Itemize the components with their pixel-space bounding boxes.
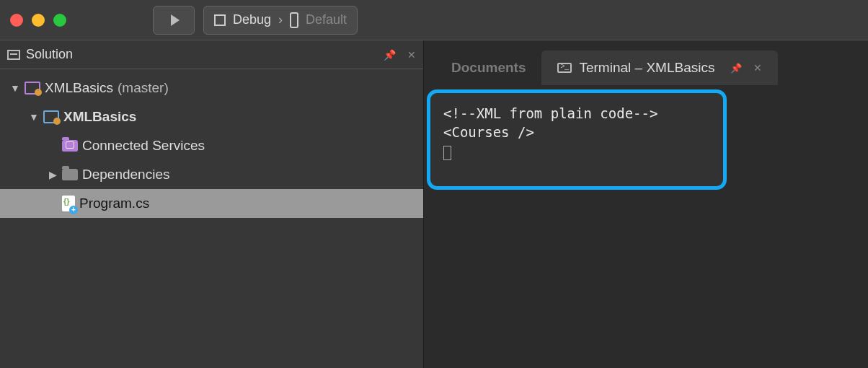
folder-icon xyxy=(62,169,78,180)
connected-services-node[interactable]: ▶ Connected Services xyxy=(0,131,423,160)
terminal-line-2: <Courses /> xyxy=(443,124,534,140)
run-button[interactable] xyxy=(153,6,195,35)
add-badge-icon xyxy=(69,206,78,214)
disclosure-triangle-icon[interactable]: ▼ xyxy=(29,112,39,122)
project-node[interactable]: ▼ XMLBasics xyxy=(0,102,423,131)
tab-bar: Documents Terminal – XMLBasics 📌 ✕ xyxy=(424,40,868,87)
chevron-right-icon: › xyxy=(278,12,283,27)
terminal-icon xyxy=(557,63,572,73)
pin-icon[interactable]: 📌 xyxy=(730,63,742,74)
pin-icon[interactable]: 📌 xyxy=(384,49,396,61)
terminal-output-highlight: <!--XML from plain code--> <Courses /> xyxy=(427,89,727,190)
play-icon xyxy=(171,14,180,26)
maximize-window-button[interactable] xyxy=(53,14,66,27)
panel-icon xyxy=(7,50,20,60)
dependencies-node[interactable]: ▶ Dependencies xyxy=(0,160,423,189)
configuration-label: Debug xyxy=(233,12,271,27)
solution-panel-title: Solution xyxy=(26,47,73,62)
tab-terminal-label: Terminal – XMLBasics xyxy=(579,60,714,76)
project-icon xyxy=(43,110,59,123)
device-icon xyxy=(290,12,298,28)
window-controls xyxy=(10,14,66,27)
configuration-icon xyxy=(214,14,226,26)
solution-icon xyxy=(25,82,40,95)
solution-tree: ▼ XMLBasics (master) ▼ XMLBasics ▶ Conne… xyxy=(0,69,423,218)
close-panel-icon[interactable]: ✕ xyxy=(407,49,416,61)
solution-branch-label: (master) xyxy=(118,80,169,96)
run-configuration-selector[interactable]: Debug › Default xyxy=(203,6,358,35)
tab-documents[interactable]: Documents xyxy=(435,51,541,85)
tab-terminal[interactable]: Terminal – XMLBasics 📌 ✕ xyxy=(541,51,778,85)
close-tab-icon[interactable]: ✕ xyxy=(753,62,762,74)
solution-node[interactable]: ▼ XMLBasics (master) xyxy=(0,74,423,102)
terminal-cursor xyxy=(443,146,451,160)
close-window-button[interactable] xyxy=(10,14,23,27)
editor-area: Documents Terminal – XMLBasics 📌 ✕ <!--X… xyxy=(424,40,868,368)
program-file-label: Program.cs xyxy=(79,196,149,211)
csharp-file-icon xyxy=(62,196,75,211)
solution-name-label: XMLBasics xyxy=(45,80,113,96)
folder-icon xyxy=(62,140,78,152)
tab-documents-label: Documents xyxy=(451,60,526,76)
terminal-output[interactable]: <!--XML from plain code--> <Courses /> xyxy=(443,105,710,160)
solution-panel-header: Solution 📌 ✕ xyxy=(0,40,423,69)
terminal-pane: <!--XML from plain code--> <Courses /> xyxy=(424,87,868,368)
target-label: Default xyxy=(306,12,347,27)
disclosure-triangle-icon[interactable]: ▶ xyxy=(48,170,58,180)
dependencies-label: Dependencies xyxy=(82,167,169,183)
terminal-line-1: <!--XML from plain code--> xyxy=(443,105,657,121)
disclosure-triangle-icon[interactable]: ▼ xyxy=(10,83,20,93)
toolbar: Debug › Default xyxy=(0,0,868,40)
program-file-node[interactable]: ▶ Program.cs xyxy=(0,189,423,218)
solution-panel: Solution 📌 ✕ ▼ XMLBasics (master) ▼ XMLB… xyxy=(0,40,424,368)
connected-services-label: Connected Services xyxy=(82,138,205,154)
minimize-window-button[interactable] xyxy=(32,14,45,27)
project-name-label: XMLBasics xyxy=(63,109,136,125)
